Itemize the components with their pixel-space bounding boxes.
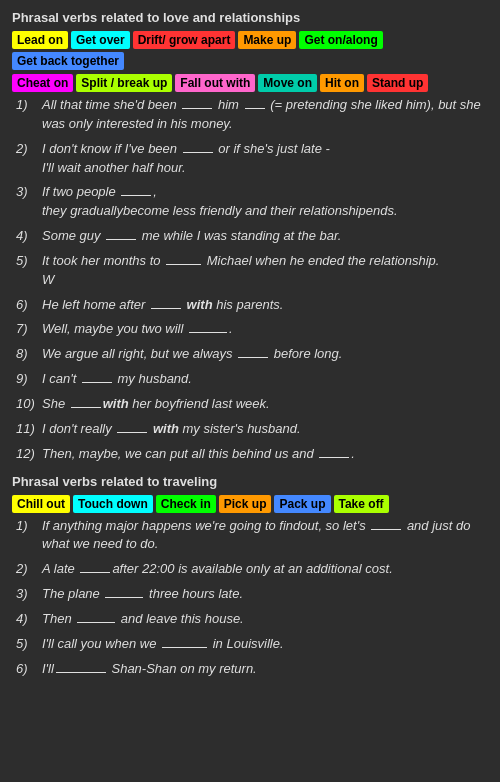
section-travel: Phrasal verbs related to traveling Chill… [12, 474, 488, 679]
tag-move-on[interactable]: Move on [258, 74, 317, 92]
love-q1: 1) All that time she'd been him (= prete… [16, 96, 488, 134]
q-num: 11) [16, 420, 42, 439]
q-num: 6) [16, 296, 42, 315]
q-text: I don't know if I've been or if she's ju… [42, 140, 330, 178]
tag-get-back[interactable]: Get back together [12, 52, 124, 70]
q-num: 3) [16, 585, 42, 604]
blank [80, 572, 110, 573]
q-num: 2) [16, 140, 42, 178]
blank [121, 195, 151, 196]
q-num: 4) [16, 610, 42, 629]
blank [189, 332, 227, 333]
blank [166, 264, 201, 265]
love-tags-row1: Lead on Get over Drift/ grow apart Make … [12, 31, 488, 70]
blank [319, 457, 349, 458]
q-text: I'll call you when we in Louisville. [42, 635, 284, 654]
love-q4: 4) Some guy me while I was standing at t… [16, 227, 488, 246]
travel-tags-row: Chill out Touch down Check in Pick up Pa… [12, 495, 488, 513]
q-num: 10) [16, 395, 42, 414]
q-num: 3) [16, 183, 42, 221]
tag-drift[interactable]: Drift/ grow apart [133, 31, 236, 49]
love-q8: 8) We argue all right, but we always bef… [16, 345, 488, 364]
tag-cheat-on[interactable]: Cheat on [12, 74, 73, 92]
tag-pick-up[interactable]: Pick up [219, 495, 272, 513]
tag-pack-up[interactable]: Pack up [274, 495, 330, 513]
q-num: 5) [16, 252, 42, 290]
q-num: 1) [16, 517, 42, 555]
q-text: Then and leave this house. [42, 610, 244, 629]
love-q10: 10) She with her boyfriend last week. [16, 395, 488, 414]
tag-hit-on[interactable]: Hit on [320, 74, 364, 92]
tag-fall-out[interactable]: Fall out with [175, 74, 255, 92]
travel-q6: 6) I'll Shan-Shan on my return. [16, 660, 488, 679]
blank [162, 647, 207, 648]
tag-take-off[interactable]: Take off [334, 495, 389, 513]
q-text: Then, maybe, we can put all this behind … [42, 445, 355, 464]
tag-stand-up[interactable]: Stand up [367, 74, 428, 92]
q-num: 9) [16, 370, 42, 389]
section-love-title: Phrasal verbs related to love and relati… [12, 10, 488, 25]
tag-chill-out[interactable]: Chill out [12, 495, 70, 513]
q-text: If anything major happens we're going to… [42, 517, 488, 555]
travel-q5: 5) I'll call you when we in Louisville. [16, 635, 488, 654]
q-num: 1) [16, 96, 42, 134]
love-q6: 6) He left home after with his parents. [16, 296, 488, 315]
love-q5: 5) It took her months to Michael when he… [16, 252, 488, 290]
travel-questions: 1) If anything major happens we're going… [16, 517, 488, 679]
q-text: I can't my husband. [42, 370, 192, 389]
blank [117, 432, 147, 433]
travel-q4: 4) Then and leave this house. [16, 610, 488, 629]
travel-q1: 1) If anything major happens we're going… [16, 517, 488, 555]
love-q3: 3) If two people ,they graduallybecome l… [16, 183, 488, 221]
blank [77, 622, 115, 623]
love-q7: 7) Well, maybe you two will . [16, 320, 488, 339]
blank [82, 382, 112, 383]
q-text: It took her months to Michael when he en… [42, 252, 439, 290]
blank [371, 529, 401, 530]
blank [182, 108, 212, 109]
q-text: We argue all right, but we always before… [42, 345, 342, 364]
q-num: 7) [16, 320, 42, 339]
q-num: 6) [16, 660, 42, 679]
travel-q3: 3) The plane three hours late. [16, 585, 488, 604]
travel-q2: 2) A late after 22:00 is available only … [16, 560, 488, 579]
q-text: He left home after with his parents. [42, 296, 283, 315]
q-text: Some guy me while I was standing at the … [42, 227, 341, 246]
blank [183, 152, 213, 153]
blank [151, 308, 181, 309]
love-tags-row2: Cheat on Split / break up Fall out with … [12, 74, 488, 92]
tag-get-on[interactable]: Get on/along [299, 31, 382, 49]
q-num: 4) [16, 227, 42, 246]
q-text: The plane three hours late. [42, 585, 243, 604]
blank [106, 239, 136, 240]
q-text: Well, maybe you two will . [42, 320, 233, 339]
section-travel-title: Phrasal verbs related to traveling [12, 474, 488, 489]
tag-get-over[interactable]: Get over [71, 31, 130, 49]
love-q9: 9) I can't my husband. [16, 370, 488, 389]
q-text: I'll Shan-Shan on my return. [42, 660, 257, 679]
love-q2: 2) I don't know if I've been or if she's… [16, 140, 488, 178]
tag-check-in[interactable]: Check in [156, 495, 216, 513]
tag-lead-on[interactable]: Lead on [12, 31, 68, 49]
love-questions: 1) All that time she'd been him (= prete… [16, 96, 488, 464]
love-q11: 11) I don't really with my sister's husb… [16, 420, 488, 439]
q-num: 8) [16, 345, 42, 364]
q-num: 5) [16, 635, 42, 654]
blank [238, 357, 268, 358]
q-text: All that time she'd been him (= pretendi… [42, 96, 488, 134]
q-text: She with her boyfriend last week. [42, 395, 270, 414]
page-container: Phrasal verbs related to love and relati… [12, 10, 488, 678]
blank [105, 597, 143, 598]
q-text: I don't really with my sister's husband. [42, 420, 301, 439]
love-q12: 12) Then, maybe, we can put all this beh… [16, 445, 488, 464]
blank [56, 672, 106, 673]
tag-touch-down[interactable]: Touch down [73, 495, 153, 513]
q-text: A late after 22:00 is available only at … [42, 560, 393, 579]
blank [245, 108, 265, 109]
q-num: 2) [16, 560, 42, 579]
tag-split[interactable]: Split / break up [76, 74, 172, 92]
q-text: If two people ,they graduallybecome less… [42, 183, 398, 221]
tag-make-up[interactable]: Make up [238, 31, 296, 49]
section-love: Phrasal verbs related to love and relati… [12, 10, 488, 464]
q-num: 12) [16, 445, 42, 464]
